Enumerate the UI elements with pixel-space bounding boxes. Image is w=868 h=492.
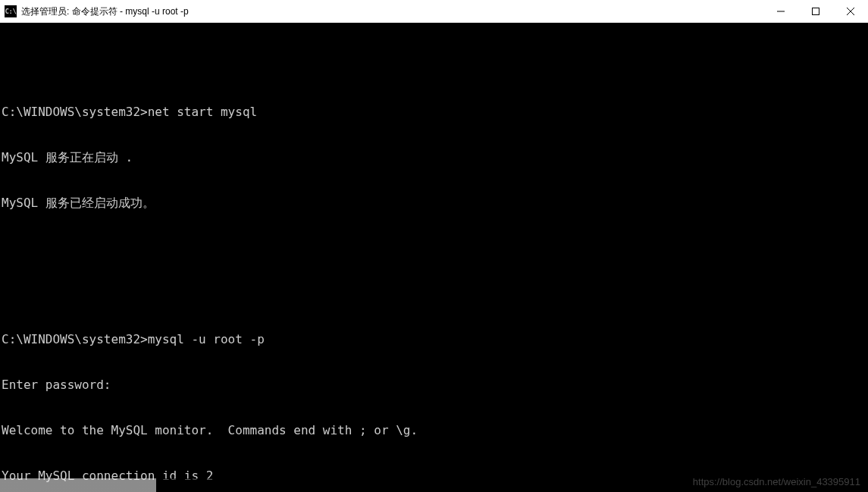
terminal-line: C:\WINDOWS\system32>mysql -u root -p bbox=[2, 332, 868, 347]
terminal-line: C:\WINDOWS\system32>net start mysql bbox=[2, 105, 868, 120]
terminal-line bbox=[2, 59, 868, 74]
maximize-icon bbox=[812, 8, 819, 15]
watermark-text: https://blog.csdn.net/weixin_43395911 bbox=[693, 476, 860, 487]
svg-rect-1 bbox=[813, 8, 819, 15]
window-title: 选择管理员: 命令提示符 - mysql -u root -p bbox=[21, 5, 189, 18]
terminal-output[interactable]: C:\WINDOWS\system32>net start mysql MySQ… bbox=[0, 23, 868, 492]
terminal-line bbox=[2, 287, 868, 302]
window-controls bbox=[763, 0, 868, 23]
cmd-icon: C:\ bbox=[5, 5, 17, 17]
close-icon bbox=[847, 8, 854, 15]
terminal-line: Enter password: bbox=[2, 378, 868, 393]
minimize-button[interactable] bbox=[763, 0, 798, 23]
minimize-icon bbox=[777, 8, 785, 15]
terminal-line bbox=[2, 241, 868, 256]
terminal-line: MySQL 服务已经启动成功。 bbox=[2, 196, 868, 211]
close-button[interactable] bbox=[833, 0, 868, 23]
terminal-line: MySQL 服务正在启动 . bbox=[2, 150, 868, 165]
terminal-line: Welcome to the MySQL monitor. Commands e… bbox=[2, 423, 868, 438]
titlebar[interactable]: C:\ 选择管理员: 命令提示符 - mysql -u root -p bbox=[0, 0, 868, 23]
maximize-button[interactable] bbox=[798, 0, 833, 23]
